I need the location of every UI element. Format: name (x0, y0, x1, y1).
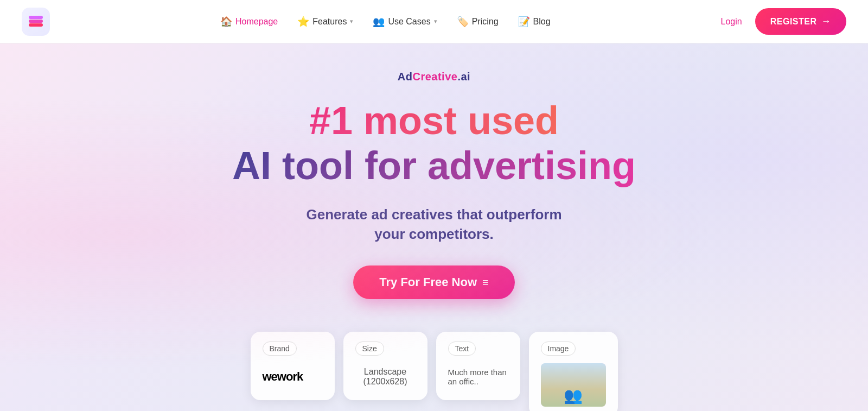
nav-blog-label: Blog (533, 17, 551, 27)
brand-card-label: Brand (263, 342, 297, 356)
logo[interactable] (22, 8, 50, 36)
size-card: Size Landscape(1200x628) (343, 332, 427, 400)
nav-features[interactable]: ⭐ Features ▾ (297, 16, 353, 28)
star-icon: ⭐ (297, 16, 309, 28)
image-card-label: Image (541, 342, 576, 356)
brand-ai: .ai (457, 71, 470, 83)
brand-creative: Creative (412, 71, 457, 83)
hero-headline: #1 most used AI tool for advertising (232, 98, 636, 188)
nav-blog[interactable]: 📝 Blog (518, 16, 551, 28)
nav-pricing[interactable]: 🏷️ Pricing (457, 16, 499, 28)
brand-card: Brand wework (251, 332, 335, 400)
headline-line1: #1 most used (232, 98, 636, 143)
cards-row: Brand wework Size Landscape(1200x628) Te… (251, 332, 618, 411)
hero-section: AdCreative.ai #1 most used AI tool for a… (0, 43, 868, 411)
nav-use-cases[interactable]: 👥 Use Cases ▾ (373, 16, 437, 28)
register-label: REGISTER (770, 17, 817, 27)
nav-homepage[interactable]: 🏠 Homepage (220, 16, 278, 28)
svg-rect-0 (29, 23, 43, 27)
nav-use-cases-label: Use Cases (388, 17, 430, 27)
navbar: 🏠 Homepage ⭐ Features ▾ 👥 Use Cases ▾ 🏷️… (0, 0, 868, 43)
wework-brand: wework (263, 370, 303, 384)
brand-ad: Ad (398, 71, 413, 83)
cta-layers-icon: ≡ (482, 276, 489, 289)
size-card-label: Size (355, 342, 384, 356)
nav-features-label: Features (312, 17, 347, 27)
text-card-label: Text (448, 342, 476, 356)
svg-rect-1 (29, 20, 43, 23)
blog-icon: 📝 (518, 16, 530, 28)
home-icon: 🏠 (220, 16, 232, 28)
features-chevron-icon: ▾ (350, 18, 353, 25)
users-icon: 👥 (373, 16, 385, 28)
fake-office-img (541, 363, 606, 407)
size-card-content: Landscape(1200x628) (355, 363, 416, 390)
logo-icon (27, 12, 45, 31)
size-value: Landscape(1200x628) (355, 367, 416, 387)
image-card-content (541, 363, 606, 407)
register-button[interactable]: REGISTER → (755, 8, 846, 35)
subheadline-line1: Generate ad creatives that outperform (306, 206, 561, 223)
svg-rect-2 (29, 16, 43, 19)
brand-card-content: wework (263, 363, 323, 390)
text-value: Much more thanan offic.. (448, 368, 507, 386)
text-card: Text Much more thanan offic.. (436, 332, 520, 400)
headline-line2: AI tool for advertising (232, 143, 636, 188)
brand-title: AdCreative.ai (398, 71, 470, 83)
text-card-content: Much more thanan offic.. (448, 363, 508, 390)
nav-pricing-label: Pricing (472, 17, 499, 27)
hero-subheadline: Generate ad creatives that outperform yo… (306, 205, 561, 244)
nav-homepage-label: Homepage (235, 17, 278, 27)
pricing-icon: 🏷️ (457, 16, 469, 28)
cta-button[interactable]: Try For Free Now ≡ (353, 265, 514, 299)
nav-right: Login REGISTER → (721, 8, 846, 35)
login-button[interactable]: Login (721, 17, 742, 27)
subheadline-line2: your competitors. (374, 226, 494, 242)
image-card: Image (529, 332, 618, 411)
cta-label: Try For Free Now (379, 275, 477, 289)
register-arrow-icon: → (821, 16, 832, 27)
office-image (541, 363, 606, 407)
use-cases-chevron-icon: ▾ (434, 18, 437, 25)
nav-links: 🏠 Homepage ⭐ Features ▾ 👥 Use Cases ▾ 🏷️… (220, 16, 551, 28)
